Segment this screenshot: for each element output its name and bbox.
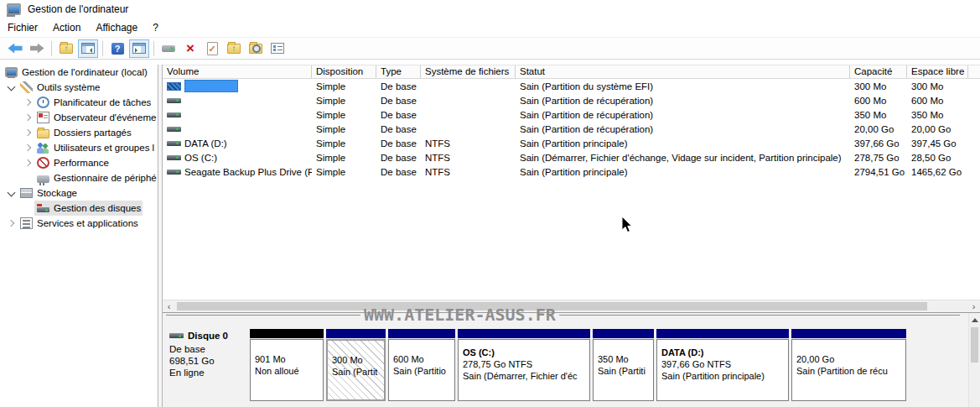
- cell-disposition: Simple: [312, 136, 376, 150]
- delete-volume-button[interactable]: ×: [180, 39, 200, 58]
- chevron-collapsed-icon[interactable]: [21, 111, 34, 124]
- chevron-collapsed-icon[interactable]: [21, 156, 34, 170]
- forward-button[interactable]: [27, 39, 47, 58]
- chevron-expanded-icon[interactable]: [4, 81, 18, 94]
- volume-row-recovery-20[interactable]: Simple De base Sain (Partition de récupé…: [163, 122, 980, 136]
- cell-capacite: 2794,51 Go: [850, 164, 907, 179]
- sidebar-item-gestion-disques[interactable]: Gestion des disques: [0, 201, 158, 216]
- volume-table-header: Volume Disposition Type Système de fichi…: [163, 65, 980, 79]
- partition-efi-300mo[interactable]: 300 Mo Sain (Partit: [326, 329, 386, 401]
- menu-fichier[interactable]: Fichier: [0, 19, 45, 36]
- users-icon: [37, 142, 49, 154]
- partition-status: Sain (Démarrer, Fichier d'éc: [463, 370, 586, 382]
- partition-os-c[interactable]: OS (C:) 278,75 Go NTFS Sain (Démarrer, F…: [458, 329, 590, 401]
- storage-icon: [20, 188, 33, 198]
- sidebar-item-performance[interactable]: Performance: [0, 155, 158, 170]
- view-options-button[interactable]: [267, 39, 288, 58]
- vertical-scroll-thumb[interactable]: [971, 327, 978, 363]
- parent-folder-icon: ↑: [60, 44, 73, 54]
- computer-icon: [5, 67, 18, 77]
- partition-recovery-350mo[interactable]: 350 Mo Sain (Partiti: [593, 329, 654, 401]
- explore-button[interactable]: [246, 39, 266, 58]
- horizontal-scroll-track[interactable]: [175, 300, 967, 312]
- sidebar-item-stockage[interactable]: Stockage: [0, 185, 158, 201]
- cell-statut: Sain (Démarrer, Fichier d'échange, Vidag…: [516, 150, 850, 164]
- cell-espace-libre: 350 Mo: [907, 107, 968, 122]
- chevron-placeholder: [21, 171, 34, 185]
- volume-row-seagate-f[interactable]: Seagate Backup Plus Drive (F:) Simple De…: [163, 164, 980, 179]
- cell-statut: Sain (Partition principale): [516, 164, 850, 179]
- sidebar-item-gestionnaire-peripheriques[interactable]: Gestionnaire de périphé: [0, 170, 158, 185]
- primary-partition-bar: [326, 329, 386, 338]
- task-scheduler-icon: [37, 97, 49, 108]
- horizontal-scrollbar[interactable]: ‹ ›: [163, 300, 980, 312]
- menu-bar: Fichier Action Affichage ?: [0, 18, 980, 37]
- header-volume[interactable]: Volume: [163, 65, 312, 78]
- disk-management-pane: Volume Disposition Type Système de fichi…: [163, 65, 980, 407]
- header-disposition[interactable]: Disposition: [312, 65, 376, 78]
- cell-type: De base: [376, 93, 421, 107]
- show-console-tree-button[interactable]: [78, 39, 98, 58]
- sidebar-item-services-applications[interactable]: Services et applications: [0, 216, 158, 231]
- main-area: Gestion de l'ordinateur (local) Outils s…: [0, 60, 980, 407]
- back-button[interactable]: [5, 39, 25, 58]
- volume-row-efi[interactable]: Simple De base Sain (Partition du systèm…: [163, 79, 980, 93]
- chevron-collapsed-icon[interactable]: [4, 217, 18, 230]
- partition-unallocated[interactable]: 901 Mo Non alloué: [250, 329, 324, 401]
- selected-volume-name-box[interactable]: [184, 80, 238, 92]
- header-systeme-fichiers[interactable]: Système de fichiers: [421, 65, 516, 78]
- volume-list-empty-area: [163, 179, 980, 300]
- sidebar-item-dossiers-partages[interactable]: Dossiers partagés: [0, 125, 158, 140]
- volume-row-recovery-600[interactable]: Simple De base Sain (Partition de récupé…: [163, 93, 980, 107]
- properties-button[interactable]: ✓: [202, 39, 222, 58]
- folder-up-button[interactable]: ↑: [224, 39, 244, 58]
- chevron-collapsed-icon[interactable]: [21, 126, 34, 139]
- cell-espace-libre: 300 Mo: [907, 79, 968, 93]
- scroll-up-button[interactable]: [969, 313, 980, 326]
- sidebar-item-utilisateurs-groupes[interactable]: Utilisateurs et groupes l: [0, 140, 158, 155]
- cell-espace-libre: 28,50 Go: [907, 150, 968, 164]
- menu-help[interactable]: ?: [145, 19, 166, 36]
- header-espace-libre[interactable]: Espace libre: [907, 65, 968, 78]
- chevron-collapsed-icon[interactable]: [21, 96, 34, 109]
- chevron-collapsed-icon[interactable]: [21, 141, 34, 154]
- selected-volume-icon: [167, 82, 181, 91]
- disk0-panel[interactable]: Disque 0 De base 698,51 Go En ligne: [169, 329, 250, 407]
- chevron-expanded-icon[interactable]: [4, 186, 18, 200]
- disk-device-button[interactable]: [158, 39, 179, 58]
- sidebar-item-gestion-ordinateur-local[interactable]: Gestion de l'ordinateur (local): [0, 65, 158, 80]
- sidebar-item-observateur-evenements[interactable]: Observateur d'événeme: [0, 110, 158, 125]
- shared-folders-icon: [37, 129, 49, 138]
- partition-recovery-600mo[interactable]: 600 Mo Sain (Partitio: [388, 329, 455, 401]
- header-type[interactable]: Type: [376, 65, 421, 78]
- volume-row-os-c[interactable]: OS (C:) Simple De base NTFS Sain (Démarr…: [163, 150, 980, 164]
- forward-arrow-icon: [30, 44, 44, 54]
- partition-size: 600 Mo: [393, 353, 451, 365]
- cell-statut: Sain (Partition de récupération): [516, 107, 850, 122]
- vertical-scrollbar[interactable]: [968, 313, 980, 407]
- header-statut[interactable]: Statut: [516, 65, 850, 78]
- header-capacite[interactable]: Capacité: [850, 65, 907, 78]
- partition-recovery-20go[interactable]: 20,00 Go Sain (Partition de récu: [791, 329, 906, 401]
- menu-action[interactable]: Action: [45, 19, 88, 36]
- menu-affichage[interactable]: Affichage: [88, 19, 145, 36]
- volume-row-recovery-350[interactable]: Simple De base Sain (Partition de récupé…: [163, 107, 980, 122]
- sidebar-item-label: Planificateur de tâches: [54, 97, 151, 107]
- partition-title: DATA (D:): [661, 347, 785, 358]
- scroll-left-button[interactable]: ‹: [163, 300, 175, 312]
- sidebar-item-planificateur-taches[interactable]: Planificateur de tâches: [0, 95, 158, 110]
- toolbar-separator: [51, 41, 52, 56]
- sidebar-item-label: Services et applications: [37, 218, 138, 228]
- action-pane-button[interactable]: [129, 39, 149, 58]
- sidebar-item-label: Performance: [54, 158, 109, 168]
- partition-title: OS (C:): [463, 347, 586, 358]
- horizontal-scroll-thumb[interactable]: [177, 302, 927, 310]
- partition-data-d[interactable]: DATA (D:) 397,66 Go NTFS Sain (Partition…: [656, 329, 789, 401]
- partition-size: 350 Mo: [598, 353, 650, 365]
- sidebar-item-outils-systeme[interactable]: Outils système: [0, 80, 158, 95]
- volume-row-data-d[interactable]: DATA (D:) Simple De base NTFS Sain (Part…: [163, 136, 980, 150]
- help-button[interactable]: ?: [107, 39, 127, 58]
- scroll-right-button[interactable]: ›: [967, 300, 980, 312]
- partition-size: 300 Mo: [332, 354, 381, 366]
- parent-folder-button[interactable]: ↑: [56, 39, 76, 58]
